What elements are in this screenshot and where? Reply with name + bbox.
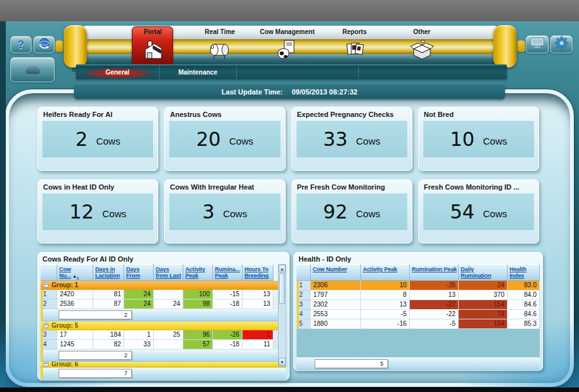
tab-real-time[interactable]: Real Time <box>187 26 254 67</box>
pipe-body: Portal Real Time Cow Management <box>80 26 500 67</box>
cell: 24 <box>459 281 508 290</box>
kpi-card-6[interactable]: Cows With Irregular Heat3Cows <box>164 179 285 244</box>
vertical-scrollbar[interactable]: ▲ ▼ <box>278 264 286 366</box>
table-row[interactable]: 42553-5-227484.6 <box>297 310 540 319</box>
row-number: 3 <box>41 330 57 340</box>
collapse-toggle-icon[interactable]: − <box>43 323 49 328</box>
column-header[interactable]: Activity Peak <box>183 264 213 281</box>
tab-other[interactable]: Other <box>388 26 455 67</box>
kpi-card-2[interactable]: Anestrus Cows20Cows <box>164 107 285 171</box>
scroll-up-arrow[interactable]: ▲ <box>279 265 286 272</box>
table-row[interactable]: 1230610-352483.0 <box>297 281 540 290</box>
row-number: 1 <box>297 281 311 290</box>
kpi-card-4[interactable]: Not Bred10Cows <box>418 107 539 171</box>
cell: 13 <box>361 300 410 310</box>
kpi-card-title: Fresh Cows Monitoring ID ... <box>419 180 538 193</box>
table-row[interactable]: 2253687242498-1813 <box>41 299 286 309</box>
kpi-card-title: Anestrus Cows <box>165 107 284 120</box>
kpi-card-value-box: 3Cows <box>169 193 280 230</box>
tab-reports[interactable]: Reports <box>321 26 389 67</box>
group-header-row[interactable]: −Group: 5 <box>41 321 286 330</box>
cell: -15 <box>213 290 243 299</box>
column-header-label: Days from Last <box>156 266 181 279</box>
collapse-toggle-icon[interactable]: − <box>43 282 49 288</box>
scrollbar-thumb[interactable] <box>279 273 285 304</box>
health-table-panel: Health - ID Only Cow NumberActivity Peak… <box>293 252 543 371</box>
column-header[interactable]: Days From Last <box>124 264 154 281</box>
column-header[interactable]: Activity Peak <box>361 264 410 281</box>
refresh-button[interactable] <box>33 36 55 53</box>
monitor-button[interactable] <box>526 35 549 53</box>
collapse-toggle-icon[interactable]: − <box>43 362 49 367</box>
settings-button[interactable] <box>550 35 573 53</box>
cell: 17 <box>57 330 93 340</box>
table-row[interactable]: 3230213-2715484.6 <box>297 300 540 310</box>
cows-ready-for-ai-table-panel: Cows Ready For AI ID Only Cow Nu...▲1Day… <box>37 252 290 380</box>
cell: 2306 <box>311 281 361 290</box>
cell: -35 <box>410 281 459 290</box>
group-count-box: 2 <box>59 351 132 360</box>
group-header-row[interactable]: −Group: 1 <box>41 281 286 290</box>
last-update-value: 09/05/2013 08:27:32 <box>292 88 358 96</box>
group-label: Group: 1 <box>51 281 78 289</box>
kpi-card-7[interactable]: Pre Fresh Cow Monitoring92Cows <box>291 179 412 244</box>
column-header[interactable]: Rumina... Peak <box>213 264 243 281</box>
table-row[interactable]: 124208124100-1513 <box>41 290 286 299</box>
kpi-card-value-box: 92Cows <box>297 193 407 230</box>
tab-cow-management[interactable]: Cow Management <box>253 26 321 67</box>
user-button[interactable] <box>10 57 55 82</box>
group-summary-row: 5 <box>297 357 540 370</box>
tab-portal[interactable]: Portal <box>119 26 187 67</box>
table-row[interactable]: 51880-16-519485.3 <box>297 319 540 329</box>
table-header-row: Cow NumberActivity PeakRumination PeakDa… <box>297 264 540 281</box>
left-table-title: Cows Ready For AI ID Only <box>38 253 289 264</box>
last-update-bar: Last Update Time: 09/05/2013 08:27:32 <box>74 85 505 99</box>
column-header-label: Cow Nu... <box>59 266 71 279</box>
column-header[interactable]: Daily Rumination <box>459 264 508 281</box>
refresh-globe-icon <box>37 37 51 53</box>
pipe-peg-left <box>55 40 63 52</box>
subtab-maintenance[interactable]: Maintenance <box>178 69 217 76</box>
cell: 33 <box>124 340 154 350</box>
column-header[interactable]: Cow Number <box>311 264 361 281</box>
column-header-label: Activity Peak <box>185 266 205 279</box>
cell: -5 <box>361 310 410 319</box>
cell: 83.0 <box>508 281 540 290</box>
table-row[interactable]: 31718412596-261 <box>41 330 286 340</box>
kpi-card-8[interactable]: Fresh Cows Monitoring ID ...54Cows <box>418 179 539 244</box>
kpi-card-unit: Cows <box>102 204 127 219</box>
right-table: Cow NumberActivity PeakRumination PeakDa… <box>297 264 540 370</box>
column-header[interactable]: Days from Last <box>154 264 183 281</box>
group-summary-row: 2 <box>41 350 286 362</box>
subtab-empty-cell-1 <box>237 66 359 79</box>
kpi-card-1[interactable]: Heifers Ready For AI2Cows <box>37 107 158 171</box>
portal-barn-icon <box>140 54 165 65</box>
sub-tab-bar: General Maintenance <box>76 64 507 79</box>
scroll-down-arrow[interactable]: ▼ <box>279 358 286 366</box>
group-header-row[interactable]: −Group: 6 <box>41 362 286 368</box>
subtab-general[interactable]: General <box>106 69 129 76</box>
group-count-box: 2 <box>59 310 132 319</box>
column-header[interactable]: Days in Lactation <box>93 264 124 281</box>
kpi-card-unit: Cows <box>483 132 508 147</box>
collapse-glyph: − <box>44 282 48 287</box>
subtab-empty-cell-2 <box>359 66 507 79</box>
left-table-body-wrap: Cow Nu...▲1Days in LactationDays From La… <box>41 264 286 380</box>
column-header[interactable]: Rumination Peak <box>410 264 459 281</box>
column-header[interactable]: Cow Nu...▲1 <box>57 264 93 281</box>
kpi-card-3[interactable]: Expected Pregnancy Checks33Cows <box>291 107 412 171</box>
kpi-card-number: 54 <box>450 200 475 223</box>
table-empty-area <box>297 329 540 357</box>
kpi-cards-grid: Heifers Ready For AI2CowsAnestrus Cows20… <box>37 107 539 244</box>
window-top-bar <box>0 0 579 21</box>
cell: -5 <box>410 319 459 329</box>
column-header[interactable]: Hours To Breeding <box>243 264 273 281</box>
kpi-card-5[interactable]: Cows in Heat ID Only12Cows <box>37 179 158 244</box>
column-header[interactable]: Health Index for▲1 <box>508 264 540 281</box>
collapse-glyph: − <box>44 362 48 366</box>
table-row[interactable]: 2179781337084.0 <box>297 290 540 300</box>
help-button[interactable]: ? <box>10 36 32 53</box>
cell: -18 <box>213 340 243 350</box>
table-row[interactable]: 41245823357-1811 <box>41 340 286 350</box>
group-count-box: 7 <box>59 369 132 378</box>
